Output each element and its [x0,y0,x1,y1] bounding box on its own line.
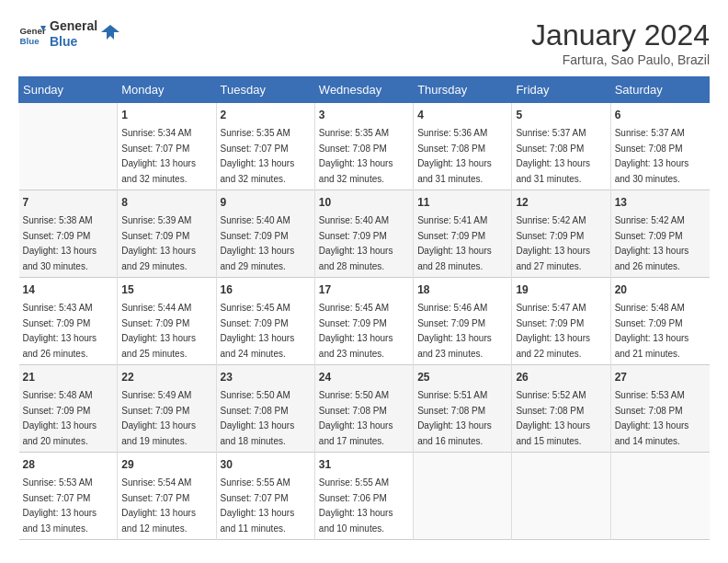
day-cell-15: 15Sunrise: 5:44 AMSunset: 7:09 PMDayligh… [118,278,216,365]
day-number: 7 [23,194,114,211]
day-cell-22: 22Sunrise: 5:49 AMSunset: 7:09 PMDayligh… [118,365,216,453]
calendar-table: SundayMondayTuesdayWednesdayThursdayFrid… [18,76,710,540]
empty-cell [610,453,709,540]
empty-cell [414,453,512,540]
day-number: 21 [23,369,114,385]
cell-info: Sunrise: 5:54 AMSunset: 7:07 PMDaylight:… [121,477,196,534]
day-cell-31: 31Sunrise: 5:55 AMSunset: 7:06 PMDayligh… [314,453,413,540]
logo-bird-icon [101,23,119,41]
day-cell-24: 24Sunrise: 5:50 AMSunset: 7:08 PMDayligh… [314,365,413,453]
day-cell-10: 10Sunrise: 5:40 AMSunset: 7:09 PMDayligh… [314,190,413,278]
weekday-header-row: SundayMondayTuesdayWednesdayThursdayFrid… [19,77,710,103]
day-number: 26 [516,369,606,385]
day-cell-29: 29Sunrise: 5:54 AMSunset: 7:07 PMDayligh… [118,453,216,540]
day-cell-28: 28Sunrise: 5:53 AMSunset: 7:07 PMDayligh… [19,453,118,540]
logo-general: General [50,18,97,34]
weekday-header-monday: Monday [118,77,216,103]
empty-cell [19,103,118,190]
day-number: 18 [417,282,507,298]
day-cell-21: 21Sunrise: 5:48 AMSunset: 7:09 PMDayligh… [19,365,118,453]
day-number: 22 [121,369,211,385]
day-cell-5: 5Sunrise: 5:37 AMSunset: 7:08 PMDaylight… [512,103,610,190]
week-row-1: 1Sunrise: 5:34 AMSunset: 7:07 PMDaylight… [19,103,710,190]
weekday-header-thursday: Thursday [414,77,512,103]
location: Fartura, Sao Paulo, Brazil [531,52,710,67]
day-number: 25 [417,369,507,385]
day-number: 9 [221,194,311,211]
day-number: 28 [23,456,114,473]
cell-info: Sunrise: 5:50 AMSunset: 7:08 PMDaylight:… [319,390,393,446]
cell-info: Sunrise: 5:42 AMSunset: 7:09 PMDaylight:… [615,215,689,271]
cell-info: Sunrise: 5:43 AMSunset: 7:09 PMDaylight:… [23,303,97,359]
cell-info: Sunrise: 5:39 AMSunset: 7:09 PMDaylight:… [121,215,196,271]
cell-info: Sunrise: 5:49 AMSunset: 7:09 PMDaylight:… [121,390,196,446]
cell-info: Sunrise: 5:40 AMSunset: 7:09 PMDaylight:… [319,215,393,271]
day-cell-20: 20Sunrise: 5:48 AMSunset: 7:09 PMDayligh… [610,278,709,365]
day-cell-16: 16Sunrise: 5:45 AMSunset: 7:09 PMDayligh… [216,278,314,365]
cell-info: Sunrise: 5:48 AMSunset: 7:09 PMDaylight:… [615,303,689,359]
day-cell-14: 14Sunrise: 5:43 AMSunset: 7:09 PMDayligh… [19,278,118,365]
cell-info: Sunrise: 5:55 AMSunset: 7:06 PMDaylight:… [319,477,393,534]
day-number: 27 [615,369,706,385]
cell-info: Sunrise: 5:45 AMSunset: 7:09 PMDaylight:… [221,303,295,359]
week-row-5: 28Sunrise: 5:53 AMSunset: 7:07 PMDayligh… [19,453,710,540]
day-number: 6 [615,107,706,123]
weekday-header-friday: Friday [512,77,610,103]
logo: General Blue General Blue [18,18,119,50]
day-cell-9: 9Sunrise: 5:40 AMSunset: 7:09 PMDaylight… [216,190,314,278]
day-number: 8 [121,194,211,211]
cell-info: Sunrise: 5:48 AMSunset: 7:09 PMDaylight:… [23,390,97,446]
logo-blue: Blue [50,34,97,50]
cell-info: Sunrise: 5:37 AMSunset: 7:08 PMDaylight:… [615,128,689,184]
day-cell-30: 30Sunrise: 5:55 AMSunset: 7:07 PMDayligh… [216,453,314,540]
cell-info: Sunrise: 5:36 AMSunset: 7:08 PMDaylight:… [417,128,492,184]
day-cell-8: 8Sunrise: 5:39 AMSunset: 7:09 PMDaylight… [118,190,216,278]
weekday-header-tuesday: Tuesday [216,77,314,103]
day-cell-11: 11Sunrise: 5:41 AMSunset: 7:09 PMDayligh… [414,190,512,278]
title-area: January 2024 Fartura, Sao Paulo, Brazil [531,18,710,67]
svg-marker-3 [101,25,119,40]
cell-info: Sunrise: 5:51 AMSunset: 7:08 PMDaylight:… [417,390,492,446]
day-number: 29 [121,456,211,473]
day-cell-25: 25Sunrise: 5:51 AMSunset: 7:08 PMDayligh… [414,365,512,453]
cell-info: Sunrise: 5:35 AMSunset: 7:07 PMDaylight:… [221,128,295,184]
day-cell-27: 27Sunrise: 5:53 AMSunset: 7:08 PMDayligh… [610,365,709,453]
week-row-2: 7Sunrise: 5:38 AMSunset: 7:09 PMDaylight… [19,190,710,278]
day-cell-13: 13Sunrise: 5:42 AMSunset: 7:09 PMDayligh… [610,190,709,278]
header: General Blue General Blue January 2024 F… [18,18,710,67]
day-cell-6: 6Sunrise: 5:37 AMSunset: 7:08 PMDaylight… [610,103,709,190]
day-cell-18: 18Sunrise: 5:46 AMSunset: 7:09 PMDayligh… [414,278,512,365]
day-number: 3 [319,107,409,123]
day-number: 14 [23,282,114,298]
day-number: 19 [516,282,606,298]
day-number: 20 [615,282,706,298]
cell-info: Sunrise: 5:44 AMSunset: 7:09 PMDaylight:… [121,303,196,359]
svg-text:Blue: Blue [20,35,40,45]
weekday-header-saturday: Saturday [610,77,709,103]
cell-info: Sunrise: 5:41 AMSunset: 7:09 PMDaylight:… [417,215,492,271]
day-number: 13 [615,194,706,211]
day-number: 2 [221,107,311,123]
day-cell-26: 26Sunrise: 5:52 AMSunset: 7:08 PMDayligh… [512,365,610,453]
week-row-4: 21Sunrise: 5:48 AMSunset: 7:09 PMDayligh… [19,365,710,453]
day-number: 15 [121,282,211,298]
day-cell-19: 19Sunrise: 5:47 AMSunset: 7:09 PMDayligh… [512,278,610,365]
cell-info: Sunrise: 5:53 AMSunset: 7:07 PMDaylight:… [23,477,97,534]
cell-info: Sunrise: 5:35 AMSunset: 7:08 PMDaylight:… [319,128,393,184]
day-cell-23: 23Sunrise: 5:50 AMSunset: 7:08 PMDayligh… [216,365,314,453]
cell-info: Sunrise: 5:55 AMSunset: 7:07 PMDaylight:… [221,477,295,534]
day-number: 4 [417,107,507,123]
day-number: 30 [221,456,311,473]
day-number: 12 [516,194,606,211]
cell-info: Sunrise: 5:42 AMSunset: 7:09 PMDaylight:… [516,215,590,271]
day-cell-7: 7Sunrise: 5:38 AMSunset: 7:09 PMDaylight… [19,190,118,278]
cell-info: Sunrise: 5:38 AMSunset: 7:09 PMDaylight:… [23,215,97,271]
empty-cell [512,453,610,540]
day-number: 5 [516,107,606,123]
day-number: 1 [121,107,211,123]
logo-icon: General Blue [18,20,46,48]
day-number: 17 [319,282,409,298]
day-number: 24 [319,369,409,385]
week-row-3: 14Sunrise: 5:43 AMSunset: 7:09 PMDayligh… [19,278,710,365]
day-number: 16 [221,282,311,298]
